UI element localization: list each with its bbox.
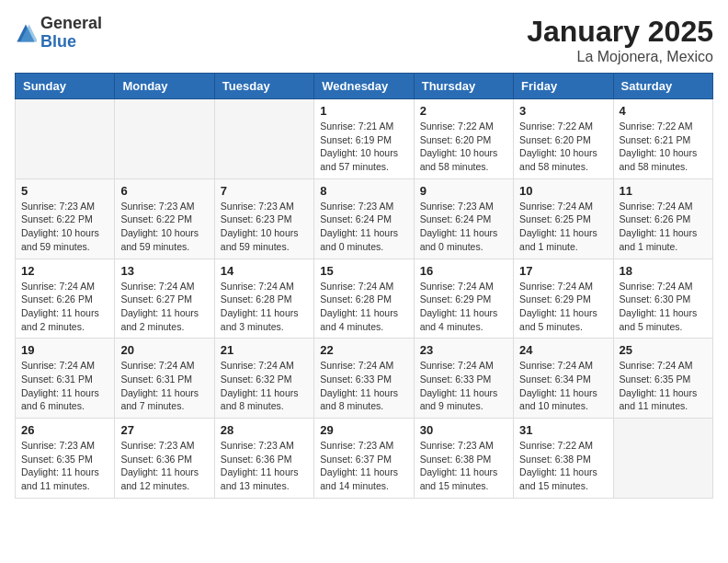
day-number: 25 xyxy=(620,343,707,357)
day-info: Sunrise: 7:24 AM Sunset: 6:25 PM Dayligh… xyxy=(519,200,607,254)
day-number: 13 xyxy=(120,264,208,278)
calendar-cell: 3Sunrise: 7:22 AM Sunset: 6:20 PM Daylig… xyxy=(514,99,613,179)
day-info: Sunrise: 7:22 AM Sunset: 6:38 PM Dayligh… xyxy=(519,439,607,493)
calendar-cell: 21Sunrise: 7:24 AM Sunset: 6:32 PM Dayli… xyxy=(214,339,313,419)
day-info: Sunrise: 7:24 AM Sunset: 6:31 PM Dayligh… xyxy=(120,359,208,413)
day-info: Sunrise: 7:23 AM Sunset: 6:37 PM Dayligh… xyxy=(320,439,407,493)
calendar-cell: 6Sunrise: 7:23 AM Sunset: 6:22 PM Daylig… xyxy=(115,178,214,259)
calendar-header-monday: Monday xyxy=(115,74,214,99)
title-block: January 2025 La Mojonera, Mexico xyxy=(527,15,713,65)
calendar-cell: 25Sunrise: 7:24 AM Sunset: 6:35 PM Dayli… xyxy=(613,339,712,419)
calendar-week-2: 5Sunrise: 7:23 AM Sunset: 6:22 PM Daylig… xyxy=(16,178,713,259)
calendar-cell: 22Sunrise: 7:24 AM Sunset: 6:33 PM Dayli… xyxy=(314,339,414,419)
day-info: Sunrise: 7:24 AM Sunset: 6:35 PM Dayligh… xyxy=(620,359,707,413)
calendar-cell: 17Sunrise: 7:24 AM Sunset: 6:29 PM Dayli… xyxy=(514,259,613,339)
day-number: 23 xyxy=(420,343,507,357)
calendar-cell xyxy=(214,99,313,179)
day-number: 31 xyxy=(519,423,607,437)
calendar-header-sunday: Sunday xyxy=(16,74,115,99)
day-info: Sunrise: 7:22 AM Sunset: 6:20 PM Dayligh… xyxy=(519,120,607,174)
calendar-week-5: 26Sunrise: 7:23 AM Sunset: 6:35 PM Dayli… xyxy=(16,419,713,499)
day-info: Sunrise: 7:24 AM Sunset: 6:29 PM Dayligh… xyxy=(420,280,507,334)
day-number: 14 xyxy=(221,264,308,278)
day-number: 7 xyxy=(221,184,308,198)
day-info: Sunrise: 7:24 AM Sunset: 6:28 PM Dayligh… xyxy=(221,280,308,334)
calendar-cell xyxy=(16,99,115,179)
logo-icon xyxy=(15,22,37,44)
calendar-cell: 18Sunrise: 7:24 AM Sunset: 6:30 PM Dayli… xyxy=(613,259,712,339)
day-info: Sunrise: 7:21 AM Sunset: 6:19 PM Dayligh… xyxy=(320,120,407,174)
day-number: 4 xyxy=(620,104,707,118)
day-number: 21 xyxy=(221,343,308,357)
calendar-cell: 7Sunrise: 7:23 AM Sunset: 6:23 PM Daylig… xyxy=(214,178,313,259)
day-number: 24 xyxy=(519,343,607,357)
page-subtitle: La Mojonera, Mexico xyxy=(527,49,713,65)
calendar-table: SundayMondayTuesdayWednesdayThursdayFrid… xyxy=(15,73,713,499)
day-info: Sunrise: 7:22 AM Sunset: 6:20 PM Dayligh… xyxy=(420,120,507,174)
day-number: 5 xyxy=(21,184,108,198)
day-number: 15 xyxy=(320,264,407,278)
calendar-cell: 10Sunrise: 7:24 AM Sunset: 6:25 PM Dayli… xyxy=(514,178,613,259)
day-number: 19 xyxy=(21,343,108,357)
day-info: Sunrise: 7:24 AM Sunset: 6:33 PM Dayligh… xyxy=(420,359,507,413)
day-number: 16 xyxy=(420,264,507,278)
page-title: January 2025 xyxy=(527,15,713,49)
calendar-cell: 30Sunrise: 7:23 AM Sunset: 6:38 PM Dayli… xyxy=(414,419,513,499)
calendar-cell: 28Sunrise: 7:23 AM Sunset: 6:36 PM Dayli… xyxy=(214,419,313,499)
day-info: Sunrise: 7:23 AM Sunset: 6:22 PM Dayligh… xyxy=(120,200,208,254)
day-info: Sunrise: 7:23 AM Sunset: 6:23 PM Dayligh… xyxy=(221,200,308,254)
day-number: 8 xyxy=(320,184,407,198)
calendar-week-1: 1Sunrise: 7:21 AM Sunset: 6:19 PM Daylig… xyxy=(16,99,713,179)
day-info: Sunrise: 7:23 AM Sunset: 6:24 PM Dayligh… xyxy=(420,200,507,254)
day-number: 28 xyxy=(221,423,308,437)
calendar-cell: 1Sunrise: 7:21 AM Sunset: 6:19 PM Daylig… xyxy=(314,99,414,179)
logo-blue-text: Blue xyxy=(40,33,102,52)
calendar-cell: 2Sunrise: 7:22 AM Sunset: 6:20 PM Daylig… xyxy=(414,99,513,179)
calendar-header-friday: Friday xyxy=(514,74,613,99)
day-info: Sunrise: 7:23 AM Sunset: 6:24 PM Dayligh… xyxy=(320,200,407,254)
calendar-cell: 20Sunrise: 7:24 AM Sunset: 6:31 PM Dayli… xyxy=(115,339,214,419)
calendar-cell: 29Sunrise: 7:23 AM Sunset: 6:37 PM Dayli… xyxy=(314,419,414,499)
day-number: 1 xyxy=(320,104,407,118)
logo-general-text: General xyxy=(40,15,102,33)
calendar-cell: 9Sunrise: 7:23 AM Sunset: 6:24 PM Daylig… xyxy=(414,178,513,259)
calendar-cell: 14Sunrise: 7:24 AM Sunset: 6:28 PM Dayli… xyxy=(214,259,313,339)
calendar-cell: 15Sunrise: 7:24 AM Sunset: 6:28 PM Dayli… xyxy=(314,259,414,339)
day-info: Sunrise: 7:23 AM Sunset: 6:36 PM Dayligh… xyxy=(120,439,208,493)
calendar-header-wednesday: Wednesday xyxy=(314,74,414,99)
logo: General Blue xyxy=(15,15,102,52)
day-number: 12 xyxy=(21,264,108,278)
calendar-cell: 12Sunrise: 7:24 AM Sunset: 6:26 PM Dayli… xyxy=(16,259,115,339)
calendar-cell: 31Sunrise: 7:22 AM Sunset: 6:38 PM Dayli… xyxy=(514,419,613,499)
calendar-cell: 24Sunrise: 7:24 AM Sunset: 6:34 PM Dayli… xyxy=(514,339,613,419)
day-number: 29 xyxy=(320,423,407,437)
day-info: Sunrise: 7:24 AM Sunset: 6:32 PM Dayligh… xyxy=(221,359,308,413)
day-number: 27 xyxy=(120,423,208,437)
calendar-cell: 8Sunrise: 7:23 AM Sunset: 6:24 PM Daylig… xyxy=(314,178,414,259)
calendar-cell: 26Sunrise: 7:23 AM Sunset: 6:35 PM Dayli… xyxy=(16,419,115,499)
day-number: 11 xyxy=(620,184,707,198)
day-info: Sunrise: 7:24 AM Sunset: 6:30 PM Dayligh… xyxy=(620,280,707,334)
calendar-cell: 13Sunrise: 7:24 AM Sunset: 6:27 PM Dayli… xyxy=(115,259,214,339)
day-info: Sunrise: 7:24 AM Sunset: 6:26 PM Dayligh… xyxy=(620,200,707,254)
calendar-header-tuesday: Tuesday xyxy=(214,74,313,99)
calendar-cell: 19Sunrise: 7:24 AM Sunset: 6:31 PM Dayli… xyxy=(16,339,115,419)
calendar-cell: 16Sunrise: 7:24 AM Sunset: 6:29 PM Dayli… xyxy=(414,259,513,339)
calendar-header-saturday: Saturday xyxy=(613,74,712,99)
calendar-header-thursday: Thursday xyxy=(414,74,513,99)
day-info: Sunrise: 7:22 AM Sunset: 6:21 PM Dayligh… xyxy=(620,120,707,174)
day-number: 6 xyxy=(120,184,208,198)
day-info: Sunrise: 7:23 AM Sunset: 6:36 PM Dayligh… xyxy=(221,439,308,493)
day-number: 30 xyxy=(420,423,507,437)
day-number: 22 xyxy=(320,343,407,357)
day-number: 3 xyxy=(519,104,607,118)
day-number: 26 xyxy=(21,423,108,437)
day-number: 9 xyxy=(420,184,507,198)
day-info: Sunrise: 7:24 AM Sunset: 6:28 PM Dayligh… xyxy=(320,280,407,334)
day-info: Sunrise: 7:23 AM Sunset: 6:22 PM Dayligh… xyxy=(21,200,108,254)
calendar-cell: 5Sunrise: 7:23 AM Sunset: 6:22 PM Daylig… xyxy=(16,178,115,259)
day-number: 10 xyxy=(519,184,607,198)
day-info: Sunrise: 7:24 AM Sunset: 6:31 PM Dayligh… xyxy=(21,359,108,413)
day-info: Sunrise: 7:24 AM Sunset: 6:26 PM Dayligh… xyxy=(21,280,108,334)
calendar-cell: 4Sunrise: 7:22 AM Sunset: 6:21 PM Daylig… xyxy=(613,99,712,179)
